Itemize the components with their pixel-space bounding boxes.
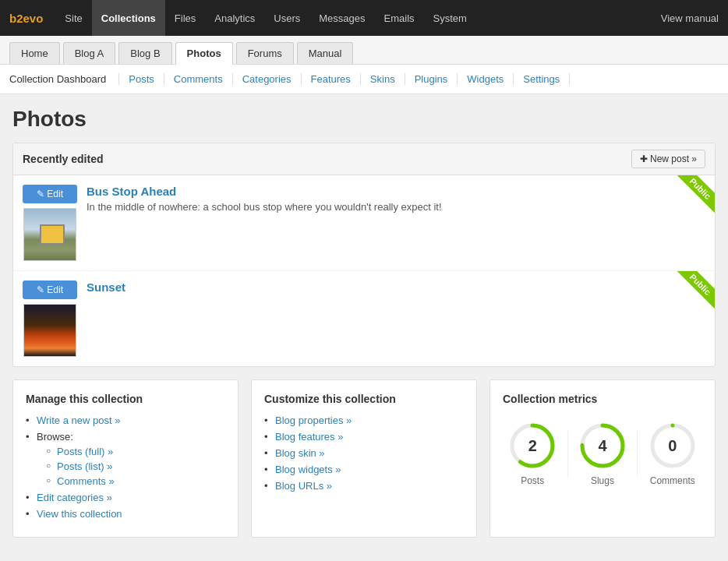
- blog-skin-link[interactable]: Blog skin »: [275, 447, 325, 459]
- metric-label-slugs: Slugs: [591, 475, 614, 486]
- manage-list: Write a new post » Browse: Posts (full) …: [26, 415, 225, 520]
- post-item-bus-stop: ✎ Edit Bus Stop Ahead In the middle of n…: [13, 175, 715, 271]
- metric-circle-slugs: 4: [578, 421, 627, 471]
- recently-edited-title: Recently edited: [23, 153, 103, 165]
- recently-edited-header: Recently edited ✚ New post »: [13, 143, 715, 175]
- nav-system[interactable]: System: [424, 0, 476, 36]
- edit-categories-link[interactable]: Edit categories »: [37, 492, 112, 503]
- manage-card: Manage this collection Write a new post …: [12, 379, 239, 538]
- brand-logo[interactable]: b2evo: [9, 12, 43, 25]
- sec-link-settings[interactable]: Settings: [514, 73, 570, 85]
- post-thumbnail-bus-stop: [23, 208, 76, 261]
- metric-posts: 2 Posts: [507, 421, 557, 486]
- nav-users[interactable]: Users: [264, 0, 309, 36]
- top-navigation: b2evo Site Collections Files Analytics U…: [0, 0, 728, 36]
- blog-features-link[interactable]: Blog features »: [275, 431, 343, 443]
- edit-button-2[interactable]: ✎ Edit: [23, 280, 77, 299]
- metric-label-comments: Comments: [650, 475, 695, 486]
- sec-link-plugins[interactable]: Plugins: [405, 73, 458, 85]
- customize-item-features: Blog features »: [264, 431, 464, 443]
- blog-widgets-link[interactable]: Blog widgets »: [275, 464, 341, 475]
- posts-list-link[interactable]: Posts (list) »: [57, 460, 113, 472]
- secondary-navigation: Collection Dashboard Posts Comments Cate…: [0, 65, 728, 94]
- bottom-cards: Manage this collection Write a new post …: [12, 379, 716, 538]
- view-manual-link[interactable]: View manual: [661, 12, 719, 24]
- customize-item-skin: Blog skin »: [264, 447, 464, 459]
- post-description-1: In the middle of nowhere: a school bus s…: [87, 201, 705, 213]
- secondary-links: Posts Comments Categories Features Skins…: [118, 73, 570, 85]
- post-thumb-area-1: ✎ Edit: [23, 185, 77, 261]
- metric-divider-1: [567, 430, 568, 477]
- new-post-button[interactable]: ✚ New post »: [631, 150, 705, 168]
- public-badge-1: Public: [668, 175, 715, 222]
- metrics-circles: 2 Posts 4 Slugs: [503, 415, 702, 486]
- manage-list-item-browse: Browse: Posts (full) » Posts (list) » Co…: [26, 431, 225, 487]
- customize-item-properties: Blog properties »: [264, 415, 464, 426]
- write-new-post-link[interactable]: Write a new post »: [37, 415, 120, 426]
- sec-link-posts[interactable]: Posts: [118, 73, 164, 85]
- badge-label-2: Public: [675, 271, 715, 309]
- tab-manual[interactable]: Manual: [297, 42, 354, 64]
- blog-urls-link[interactable]: Blog URLs »: [275, 480, 332, 492]
- post-info-1: Bus Stop Ahead In the middle of nowhere:…: [87, 185, 705, 213]
- post-title-link-2[interactable]: Sunset: [87, 280, 125, 294]
- browse-label: Browse:: [37, 431, 73, 443]
- collection-dashboard-label: Collection Dashboard: [9, 73, 106, 85]
- tab-home[interactable]: Home: [9, 42, 60, 64]
- blog-properties-link[interactable]: Blog properties »: [275, 415, 352, 426]
- comments-link[interactable]: Comments »: [57, 475, 115, 487]
- nav-items: Site Collections Files Analytics Users M…: [55, 0, 660, 36]
- customize-card: Customize this collection Blog propertie…: [251, 379, 477, 538]
- post-thumbnail-sunset: [23, 304, 76, 357]
- tab-blog-a[interactable]: Blog A: [63, 42, 116, 64]
- metric-comments: 0 Comments: [648, 421, 698, 486]
- tab-photos[interactable]: Photos: [175, 42, 233, 65]
- nav-site[interactable]: Site: [55, 0, 91, 36]
- metric-divider-2: [637, 430, 638, 477]
- browse-posts-full: Posts (full) »: [46, 446, 225, 457]
- posts-full-link[interactable]: Posts (full) »: [57, 446, 113, 457]
- metric-value-comments: 0: [668, 437, 677, 455]
- sec-link-widgets[interactable]: Widgets: [458, 73, 514, 85]
- manage-list-item-view: View this collection: [26, 508, 225, 520]
- badge-label-1: Public: [675, 175, 715, 213]
- main-content: Photos Recently edited ✚ New post » ✎ Ed…: [0, 94, 728, 550]
- browse-posts-list: Posts (list) »: [46, 460, 225, 472]
- browse-comments: Comments »: [46, 475, 225, 487]
- browse-sub-list: Posts (full) » Posts (list) » Comments »: [46, 446, 225, 487]
- tab-forums[interactable]: Forums: [236, 42, 294, 64]
- sec-link-features[interactable]: Features: [302, 73, 361, 85]
- manage-list-item-categories: Edit categories »: [26, 492, 225, 503]
- metric-value-posts: 2: [528, 437, 537, 455]
- nav-collections[interactable]: Collections: [92, 0, 165, 36]
- sec-link-categories[interactable]: Categories: [233, 73, 302, 85]
- metrics-card-title: Collection metrics: [503, 393, 702, 405]
- post-thumb-area-2: ✎ Edit: [23, 280, 77, 357]
- metric-label-posts: Posts: [521, 475, 544, 486]
- customize-item-widgets: Blog widgets »: [264, 464, 464, 475]
- manage-list-item-write: Write a new post »: [26, 415, 225, 426]
- metric-value-slugs: 4: [598, 437, 606, 455]
- nav-messages[interactable]: Messages: [309, 0, 374, 36]
- post-info-2: Sunset: [87, 280, 705, 294]
- page-title: Photos: [12, 107, 716, 132]
- recently-edited-panel: Recently edited ✚ New post » ✎ Edit Bus …: [12, 143, 716, 367]
- sec-link-comments[interactable]: Comments: [164, 73, 233, 85]
- metric-circle-posts: 2: [507, 421, 557, 471]
- post-item-sunset: ✎ Edit Sunset Public: [13, 271, 715, 366]
- metrics-card: Collection metrics 2 Posts: [489, 379, 716, 538]
- metric-circle-comments: 0: [648, 421, 698, 471]
- sec-link-skins[interactable]: Skins: [361, 73, 405, 85]
- nav-files[interactable]: Files: [165, 0, 205, 36]
- tab-bar: Home Blog A Blog B Photos Forums Manual: [0, 36, 728, 65]
- metric-slugs: 4 Slugs: [578, 421, 627, 486]
- nav-emails[interactable]: Emails: [375, 0, 424, 36]
- manage-card-title: Manage this collection: [26, 393, 225, 405]
- view-collection-link[interactable]: View this collection: [37, 508, 122, 520]
- tab-blog-b[interactable]: Blog B: [118, 42, 171, 64]
- edit-button-1[interactable]: ✎ Edit: [23, 185, 77, 203]
- customize-card-title: Customize this collection: [264, 393, 464, 405]
- post-title-link-1[interactable]: Bus Stop Ahead: [87, 185, 176, 198]
- nav-analytics[interactable]: Analytics: [205, 0, 264, 36]
- customize-list: Blog properties » Blog features » Blog s…: [264, 415, 464, 492]
